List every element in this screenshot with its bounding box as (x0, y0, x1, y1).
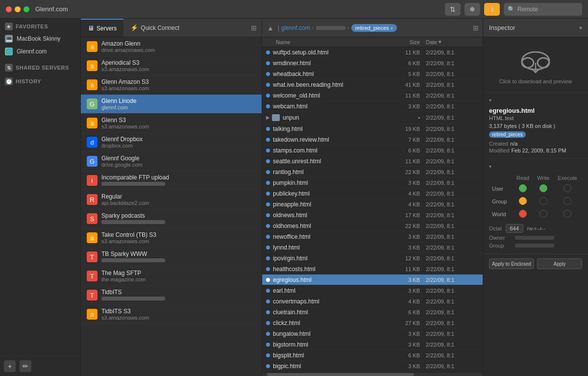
server-row[interactable]: S Sparky podcasts (81, 209, 262, 228)
file-size: 3 KB (391, 180, 420, 186)
octal-input[interactable] (506, 224, 523, 233)
perm-check-group-execute[interactable] (564, 197, 571, 205)
perms-collapse-icon[interactable]: ▾ (489, 164, 491, 169)
network-button[interactable]: ❄ (465, 3, 480, 16)
file-row[interactable]: rantlog.html 22 KB 2/22/09, 8:1 (262, 167, 483, 177)
file-size: 3 KB (391, 363, 420, 369)
sidebar-item-macbook[interactable]: 💻 MacBook Skinny (0, 32, 80, 45)
file-size: 4 KB (391, 191, 420, 197)
file-row[interactable]: ipovirgin.html 12 KB 2/22/09, 8:1 (262, 253, 483, 264)
perm-world-read[interactable] (513, 208, 533, 220)
perm-check-user-execute[interactable] (564, 184, 571, 192)
perm-check-user-write[interactable] (539, 184, 547, 192)
file-row[interactable]: what.ive.been.reading.html 41 KB 2/22/09… (262, 79, 483, 90)
file-row[interactable]: publickey.html 4 KB 2/22/09, 8:1 (262, 188, 483, 199)
perm-group-execute[interactable] (554, 196, 581, 207)
add-server-button[interactable]: + (4, 360, 16, 372)
server-row[interactable]: a TidbITS S3 s3.amazonaws.com (81, 305, 262, 324)
file-row[interactable]: stamps.com.html 6 KB 2/22/09, 8:1 (262, 145, 483, 156)
server-row[interactable]: T The Mag SFTP the-magazine.com (81, 267, 262, 286)
file-row[interactable]: seattle.unrest.html 11 KB 2/22/09, 8:1 (262, 156, 483, 167)
perm-check-user-read[interactable] (519, 184, 527, 192)
file-row[interactable]: wuftpd.setup.old.html 11 KB 2/22/09, 8:1 (262, 47, 483, 58)
server-row[interactable]: T TidbITS (81, 286, 262, 305)
server-row[interactable]: d Glennf Dropbox dropbox.com (81, 133, 262, 152)
perm-check-world-write[interactable] (539, 210, 547, 218)
server-row[interactable]: a Glenn Amazon S3 s3.amazonaws.com (81, 75, 262, 95)
tab-quick-connect[interactable]: ⚡ Quick Connect (123, 19, 186, 37)
perm-check-group-read[interactable] (519, 197, 527, 205)
breadcrumb-root[interactable]: glennf.com (281, 25, 310, 31)
file-row[interactable]: wmdinner.html 6 KB 2/22/09, 8:1 (262, 58, 483, 69)
file-row[interactable]: wheatback.html 5 KB 2/22/09, 8:1 (262, 69, 483, 79)
apply-to-enclosed-button[interactable]: Apply to Enclosed (489, 258, 534, 269)
file-row-selected[interactable]: egregious.html 3 KB 2/22/09, 8:1 (262, 275, 483, 285)
breadcrumb-current[interactable]: retired_pieces ▾ (351, 24, 397, 32)
file-row[interactable]: earl.html 3 KB 2/22/09, 8:1 (262, 285, 483, 296)
col-name-header: Name (266, 39, 391, 45)
scrollbar-thumb[interactable] (267, 373, 414, 376)
sidebar-item-glennf[interactable]: 🌐 Glennf.com (0, 45, 80, 58)
perm-user-execute[interactable] (554, 183, 581, 195)
file-row[interactable]: webcam.html 3 KB 2/22/09, 8:1 (262, 101, 483, 112)
file-row[interactable]: oldnews.html 17 KB 2/22/09, 8:1 (262, 210, 483, 221)
file-row[interactable]: bigstorm.html 3 KB 2/22/09, 8:1 (262, 339, 483, 350)
tab-servers[interactable]: 🖥 Servers (81, 19, 123, 37)
file-row[interactable]: cluetrain.html 6 KB 2/22/09, 8:1 (262, 307, 483, 318)
perm-user-write[interactable] (534, 183, 553, 195)
perm-world-write[interactable] (534, 208, 553, 220)
file-date: 2/22/09, 8:1 (420, 169, 479, 175)
file-row[interactable]: pineapple.html 4 KB 2/22/09, 8:1 (262, 199, 483, 210)
server-row[interactable]: a Take Control (TB) S3 s3.amazonaws.com (81, 228, 262, 248)
perm-group-read[interactable] (513, 196, 533, 207)
server-row[interactable]: a Glenn S3 s3.amazonaws.com (81, 114, 262, 133)
perm-check-group-write[interactable] (539, 197, 547, 205)
server-row[interactable]: T TB Sparky WWW (81, 248, 262, 267)
horizontal-scrollbar[interactable] (262, 372, 483, 376)
file-row[interactable]: lynnd.html 3 KB 2/22/09, 8:1 (262, 242, 483, 253)
server-icon: G (87, 156, 98, 167)
file-status-dot (266, 246, 270, 250)
close-button[interactable] (6, 6, 12, 12)
file-size: 4 KB (391, 299, 420, 304)
file-row[interactable]: takedown.review.html 7 KB 2/22/09, 8:1 (262, 134, 483, 145)
info-button[interactable]: ℹ (484, 3, 500, 16)
file-row[interactable]: bungalow.html 3 KB 2/22/09, 8:1 (262, 328, 483, 339)
perm-group-write[interactable] (534, 196, 553, 207)
folder-expand-arrow[interactable]: ▶ (266, 115, 271, 120)
search-bar[interactable]: 🔍 Remote (504, 3, 582, 16)
server-row[interactable]: R Regular api.backblaze2.com (81, 190, 262, 209)
server-row[interactable]: G Glennf Google drive.google.com (81, 152, 262, 171)
server-row[interactable]: i Incomparable FTP upload (81, 171, 262, 190)
server-row[interactable]: a Amazon Glenn drive.amazonaws.com (81, 37, 262, 56)
perm-check-world-read[interactable] (519, 210, 527, 218)
edit-server-button[interactable]: ✏ (20, 360, 31, 372)
perm-check-world-execute[interactable] (564, 210, 571, 218)
inspector-collapse-button[interactable]: ▾ (579, 25, 582, 31)
file-size: 19 KB (391, 126, 420, 132)
file-row[interactable]: healthcosts.html 11 KB 2/22/09, 8:1 (262, 264, 483, 275)
apply-button[interactable]: Apply (537, 258, 582, 269)
server-row-active[interactable]: G Glenn Linode glennf.com (81, 95, 262, 114)
file-row[interactable]: oldhomes.html 22 KB 2/22/09, 8:1 (262, 221, 483, 231)
file-row[interactable]: bigsplit.html 6 KB 2/22/09, 8:1 (262, 350, 483, 361)
view-toggle-button[interactable]: ⊞ (473, 24, 479, 32)
file-row[interactable]: bigpic.html 3 KB 2/22/09, 8:1 (262, 361, 483, 372)
grid-view-icon[interactable]: ⊞ (246, 24, 262, 32)
file-row[interactable]: pumpkin.html 3 KB 2/22/09, 8:1 (262, 177, 483, 188)
file-row[interactable]: clickz.html 27 KB 2/22/09, 8:1 (262, 318, 483, 328)
transfer-button[interactable]: ⇅ (445, 3, 461, 16)
perm-world-execute[interactable] (554, 208, 581, 220)
file-row[interactable]: newoffice.html 3 KB 2/22/09, 8:1 (262, 231, 483, 242)
file-status-dot (266, 192, 270, 196)
toolbar-up-arrow[interactable]: ▲ (266, 24, 275, 32)
file-row[interactable]: convertmaps.html 4 KB 2/22/09, 8:1 (262, 296, 483, 307)
file-row[interactable]: talking.html 19 KB 2/22/09, 8:1 (262, 124, 483, 134)
server-row[interactable]: a Aperiodical S3 s3.amazonaws.com (81, 56, 262, 75)
file-row[interactable]: welcome_old.html 11 KB 2/22/09, 8:1 (262, 90, 483, 101)
info-collapse-icon[interactable]: ▾ (489, 98, 491, 103)
maximize-button[interactable] (24, 6, 29, 12)
perm-user-read[interactable] (513, 183, 533, 195)
file-row-folder[interactable]: ▶ unpun • 2/22/09, 8:1 (262, 112, 483, 124)
minimize-button[interactable] (15, 6, 21, 12)
